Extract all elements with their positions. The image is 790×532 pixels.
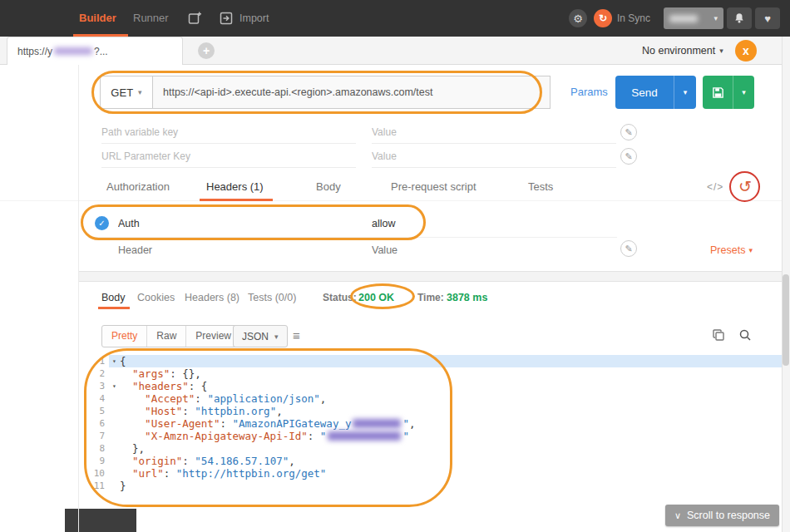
code-line: 7 "X-Amzn-Apigateway-Api-Id": "" — [79, 430, 782, 442]
format-value: JSON — [242, 331, 269, 342]
tab-url-text: https://y — [17, 46, 52, 57]
header-row-empty — [95, 238, 617, 263]
fold-spacer — [109, 417, 120, 430]
vertical-scrollbar-thumb[interactable] — [783, 274, 789, 366]
tab-builder[interactable]: Builder — [79, 0, 116, 37]
path-variable-value-input[interactable] — [372, 121, 616, 143]
url-parameter-key-cell — [101, 145, 356, 168]
line-number: 1 — [79, 355, 109, 367]
presets-label: Presets — [710, 244, 745, 256]
code-text: }, — [120, 442, 145, 455]
new-header-key-input[interactable] — [118, 238, 368, 263]
fold-caret-icon[interactable]: ▾ — [109, 355, 120, 367]
floppy-disk-icon — [712, 86, 724, 99]
code-line: 10 "url": "http://httpbin.org/get" — [79, 467, 782, 480]
reset-icon[interactable]: ↺ — [738, 175, 752, 200]
pane-divider-line — [78, 65, 79, 532]
account-button[interactable]: ▾ — [664, 7, 723, 29]
sync-status-icon[interactable]: ↻ — [594, 9, 612, 27]
line-number: 11 — [79, 480, 109, 492]
path-variable-key-cell — [101, 121, 356, 144]
response-tab-tests[interactable]: Tests (0/0) — [248, 287, 296, 308]
chevron-down-icon: ▾ — [274, 332, 279, 341]
code-line: 11} — [79, 480, 782, 492]
import-icon[interactable] — [220, 12, 233, 25]
code-text: "origin": "54.186.57.107", — [120, 455, 295, 467]
response-viewer-toolbar: Pretty Raw Preview JSON ▾ ≡ — [0, 325, 790, 347]
scroll-to-response-button[interactable]: ∨ Scroll to response — [665, 505, 779, 526]
generate-code-icon[interactable]: </> — [707, 175, 723, 200]
pane-splitter[interactable] — [79, 271, 790, 282]
fold-spacer — [109, 467, 120, 480]
fold-spacer — [109, 480, 120, 492]
request-url-input[interactable] — [152, 76, 551, 109]
tab-headers[interactable]: Headers (1) — [206, 175, 264, 200]
search-icon[interactable] — [738, 328, 752, 342]
send-options-caret[interactable]: ▾ — [674, 76, 696, 109]
environment-dropdown[interactable]: No environment ▾ — [642, 37, 723, 65]
tab-body[interactable]: Body — [316, 175, 341, 200]
tab-authorization[interactable]: Authorization — [106, 175, 170, 200]
code-line: 9 "origin": "54.186.57.107", — [79, 455, 782, 467]
save-button-group: ▾ — [703, 76, 754, 109]
edit-pencil-icon[interactable]: ✎ — [620, 124, 637, 140]
line-number: 9 — [79, 455, 109, 467]
chevron-down-icon: ▾ — [748, 246, 753, 254]
header-value-input[interactable] — [372, 209, 605, 237]
response-tab-cookies[interactable]: Cookies — [137, 287, 175, 308]
in-sync-label: In Sync — [617, 0, 650, 37]
path-variable-key-input[interactable] — [101, 121, 356, 143]
format-dropdown[interactable]: JSON ▾ — [233, 325, 288, 347]
copy-icon[interactable] — [712, 328, 725, 342]
code-text: "headers": { — [120, 380, 207, 392]
tab-runner[interactable]: Runner — [133, 0, 169, 37]
save-button[interactable] — [703, 76, 733, 109]
edit-pencil-icon[interactable]: ✎ — [620, 240, 637, 257]
view-mode-raw[interactable]: Raw — [147, 326, 186, 347]
fold-spacer — [109, 405, 120, 417]
wrap-lines-icon[interactable]: ≡ — [293, 328, 300, 344]
fold-caret-icon[interactable]: ▾ — [109, 380, 120, 392]
header-key-input[interactable] — [118, 209, 368, 237]
edit-pencil-icon[interactable]: ✎ — [620, 148, 637, 165]
import-label[interactable]: Import — [239, 0, 269, 37]
save-options-caret[interactable]: ▾ — [733, 76, 754, 109]
request-tab[interactable]: https://y ?... — [7, 37, 183, 65]
code-text: "X-Amzn-Apigateway-Api-Id": "" — [120, 430, 409, 442]
tab-tests[interactable]: Tests — [528, 175, 553, 200]
code-text: { — [120, 355, 126, 367]
checkbox-checked-icon[interactable]: ✓ — [95, 216, 109, 230]
line-number: 10 — [79, 467, 109, 480]
method-value: GET — [111, 86, 133, 99]
settings-gear-icon[interactable]: ⚙ — [569, 9, 587, 27]
code-line: 4 "Accept": "application/json", — [79, 392, 782, 405]
code-line: 5 "Host": "httpbin.org", — [79, 405, 782, 417]
sidebar-footer-block — [65, 509, 136, 532]
notifications-bell-icon[interactable] — [727, 7, 752, 29]
view-mode-group: Pretty Raw Preview — [101, 325, 241, 347]
add-tab-button[interactable]: + — [198, 42, 215, 59]
url-parameter-value-cell — [372, 145, 616, 168]
heart-icon[interactable]: ♥ — [755, 7, 780, 29]
response-tab-headers[interactable]: Headers (8) — [185, 287, 239, 308]
url-parameter-key-input[interactable] — [101, 145, 356, 167]
scroll-button-label: Scroll to response — [687, 510, 770, 521]
line-number: 5 — [79, 405, 109, 417]
method-dropdown[interactable]: GET ▾ — [100, 76, 153, 109]
view-mode-pretty[interactable]: Pretty — [102, 326, 147, 347]
fold-spacer — [109, 367, 120, 380]
url-parameter-value-input[interactable] — [372, 145, 616, 167]
presets-dropdown[interactable]: Presets ▾ — [710, 238, 753, 263]
response-tab-body[interactable]: Body — [101, 287, 126, 308]
new-window-icon[interactable] — [188, 12, 202, 26]
code-text: "Host": "httpbin.org", — [120, 405, 283, 417]
tab-pre-request-script[interactable]: Pre-request script — [391, 175, 476, 200]
blurred-account-name — [669, 15, 698, 22]
blurred-code-segment — [328, 431, 401, 441]
params-button[interactable]: Params — [570, 76, 608, 109]
new-header-value-input[interactable] — [372, 238, 605, 263]
send-button[interactable]: Send — [615, 76, 674, 109]
code-line: 8 }, — [79, 442, 782, 455]
line-number: 6 — [79, 417, 109, 430]
environment-quick-look-icon[interactable]: x — [735, 40, 757, 62]
